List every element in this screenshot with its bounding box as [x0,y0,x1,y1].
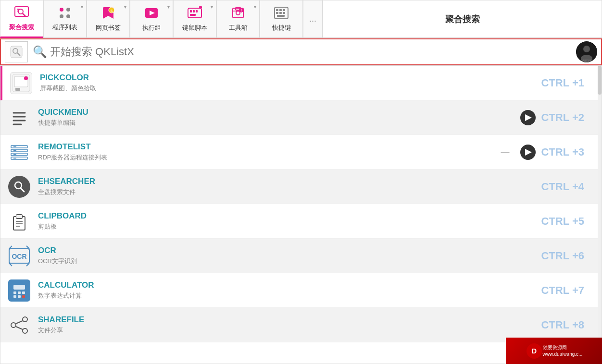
sharefile-desc: 文件分享 [38,326,541,335]
svg-point-79 [23,317,27,322]
remotelist-name: REMOTELIST [38,142,496,152]
search-magnifier-icon: 🔍 [33,45,47,59]
svg-point-1 [18,9,23,14]
list-item[interactable]: CLIPBOARD 剪贴板 CTRL +5 [0,204,602,239]
ehsearcher-name: EHSEARCHER [38,177,541,186]
execute-group-icon [144,6,159,22]
remotelist-icon [8,141,30,163]
remotelist-minus-icon: — [496,147,514,157]
svg-rect-29 [276,12,278,14]
shortcut-label: 快捷键 [272,24,291,32]
remotelist-play-button[interactable] [520,145,536,160]
toolbar-btn-execute-group[interactable]: ▾ 执行组 [130,0,173,38]
svg-rect-32 [277,15,285,17]
search-icon-box [5,41,28,62]
clipboard-icon [8,210,30,232]
list-item[interactable]: REMOTELIST RDP服务器远程连接列表 — CTRL +3 [0,135,602,170]
search-input[interactable] [50,46,576,58]
quickmenu-shortcut: CTRL +2 [541,111,594,124]
pickcolor-desc: 屏幕截图、颜色拾取 [40,84,541,93]
svg-point-56 [11,178,28,195]
sharefile-icon [8,314,30,336]
list-item[interactable]: QUICKMENU 快捷菜单编辑 CTRL +2 [0,100,602,135]
svg-rect-74 [18,291,21,294]
keyboard-script-icon [187,6,202,22]
toolbar-btn-web-bookmark[interactable]: ▾ $ 网页书签 [87,0,130,38]
toolbar-btn-toolbox[interactable]: ▾ ! 工具箱 [216,0,260,38]
toolbar-btn-program-list[interactable]: ▾ 程序列表 [43,0,87,38]
svg-rect-33 [11,46,22,58]
svg-rect-26 [276,9,278,11]
search-bar: 🔍 LIUYUE [0,38,602,65]
toolbox-icon: ! [231,6,245,22]
ocr-icon: OCR [8,245,30,267]
execute-group-label: 执行组 [142,24,161,32]
program-list-icon [58,7,72,21]
list-item[interactable]: CALCULATOR 数字表达式计算 CTRL +7 [0,273,602,308]
toolbar: 聚合搜索 ▾ 程序列表 ▾ $ 网页书签 ▾ [0,0,602,38]
svg-rect-15 [193,10,195,12]
program-list-label: 程序列表 [52,23,77,32]
scrollbar-thumb[interactable] [598,66,602,95]
remotelist-text: REMOTELIST RDP服务器远程连接列表 [38,142,496,162]
svg-rect-78 [22,295,25,298]
program-list-dropdown-icon: ▾ [81,4,83,10]
list-item[interactable]: EHSEARCHER 全盘搜索文件 CTRL +4 [0,170,602,204]
web-bookmark-icon: $ [101,6,115,22]
svg-rect-31 [283,12,285,14]
svg-rect-13 [188,8,201,18]
keyboard-script-label: 键鼠脚本 [182,24,207,32]
quickmenu-play-button[interactable] [520,110,536,125]
quickmenu-text: QUICKMENU 快捷菜单编辑 [38,108,514,127]
app-logo-icon [10,45,23,59]
ocr-shortcut: CTRL +6 [541,250,594,262]
svg-rect-43 [15,88,20,91]
web-bookmark-dropdown-icon: ▾ [124,4,126,10]
list-container: PICKCOLOR 屏幕截图、颜色拾取 CTRL +1 QUICKMENU 快捷… [0,65,602,364]
svg-point-80 [23,328,27,333]
calculator-text: CALCULATOR 数字表达式计算 [38,280,541,300]
svg-line-82 [16,321,23,324]
watermark-logo: D [526,342,543,360]
ocr-text: OCR OCR文字识别 [38,246,541,266]
pickcolor-icon [10,72,32,94]
toolbar-btn-keyboard-script[interactable]: ▾ 键鼠脚本 [173,0,216,38]
svg-text:D: D [532,347,537,355]
svg-rect-76 [13,295,16,298]
pickcolor-text: PICKCOLOR 屏幕截图、颜色拾取 [40,73,541,93]
svg-rect-0 [15,7,28,16]
svg-rect-73 [13,291,16,294]
calculator-desc: 数字表达式计算 [38,291,541,300]
avatar: LIUYUE [576,41,597,62]
aggregate-search-label: 聚合搜索 [9,23,34,32]
svg-rect-16 [196,10,198,12]
svg-point-42 [24,76,28,80]
more-icon: ... [309,14,316,24]
quickmenu-desc: 快捷菜单编辑 [38,119,514,127]
svg-point-21 [236,11,240,15]
toolbar-btn-shortcut[interactable]: 快捷键 [260,0,303,38]
list-item[interactable]: PICKCOLOR 屏幕截图、颜色拾取 CTRL +1 [0,66,602,100]
pickcolor-name: PICKCOLOR [40,73,541,83]
calculator-shortcut: CTRL +7 [541,284,594,297]
toolbar-btn-aggregate-search[interactable]: 聚合搜索 [0,0,43,38]
scrollbar-track [598,66,602,364]
toolbox-dropdown-icon: ▾ [254,4,256,10]
calculator-name: CALCULATOR [38,280,541,290]
keyboard-script-dropdown-icon: ▾ [211,4,213,10]
sharefile-name: SHAREFILE [38,315,541,325]
toolbar-search-tab[interactable]: 聚合搜索 [323,0,602,38]
svg-text:!: ! [241,8,242,12]
svg-point-8 [66,14,70,18]
ehsearcher-text: EHSEARCHER 全盘搜索文件 [38,177,541,196]
clipboard-name: CLIPBOARD [38,211,541,221]
svg-line-83 [16,327,23,329]
svg-rect-14 [190,10,192,12]
toolbar-more-button[interactable]: ... [303,0,323,38]
svg-text:OCR: OCR [12,253,26,260]
svg-text:LIUYUE: LIUYUE [581,59,592,62]
aggregate-search-icon [14,6,29,21]
quickmenu-name: QUICKMENU [38,108,514,117]
list-item[interactable]: OCR OCR OCR文字识别 CTRL +6 [0,239,602,273]
clipboard-text: CLIPBOARD 剪贴板 [38,211,541,231]
